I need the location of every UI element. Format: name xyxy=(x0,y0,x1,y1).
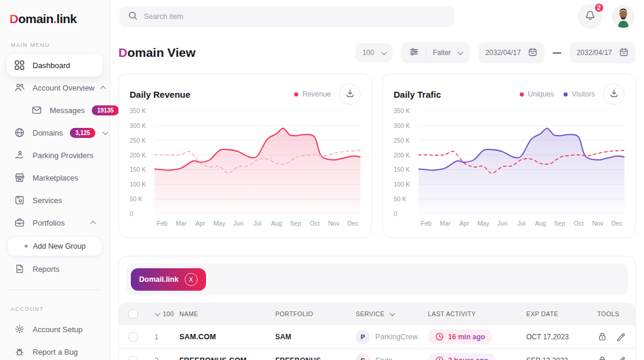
edit-icon[interactable] xyxy=(616,355,626,360)
account-section-label: ACCOUNT xyxy=(11,306,99,312)
lock-icon[interactable] xyxy=(597,332,607,342)
row-number: 1 xyxy=(154,333,179,341)
bug-icon xyxy=(14,346,25,358)
sidebar-item-report-a-bug[interactable]: Report a Bug xyxy=(7,340,102,360)
table-filter-bar: Domail.link X xyxy=(126,263,628,295)
x-tick-label: Sep xyxy=(554,220,565,227)
portfolio-name: FREEBONUS xyxy=(275,356,356,360)
x-tick-label: Nov xyxy=(593,220,604,227)
table-row: 1 SAM.COM SAM P ParkingCrew 16 min ago O… xyxy=(119,325,635,349)
people-icon xyxy=(14,82,25,94)
y-tick-label: 0 xyxy=(394,210,397,217)
filter-button[interactable]: Falter xyxy=(401,42,470,63)
clock-icon xyxy=(435,332,444,341)
sidebar-item-label: Report a Bug xyxy=(33,348,78,356)
chart-body: 350 K300 K250 K200 K150 K100 K50 K0 FebM… xyxy=(394,111,624,233)
sidebar-divider xyxy=(9,290,100,290)
x-tick-label: Jul xyxy=(253,220,261,227)
last-activity-badge: 2 hours ago xyxy=(428,353,495,360)
sidebar-item-label: Portfolios xyxy=(33,218,65,227)
sidebar-item-account-setup[interactable]: Account Setup xyxy=(7,318,102,340)
daily-revenue-card: Daily Revenue Revenue 350 K300 K250 K200… xyxy=(118,73,372,238)
page-title: Domain View xyxy=(118,46,195,60)
lock-icon[interactable] xyxy=(597,355,607,360)
x-axis: FebMarAprMayJunJulAugSepOctNovDec xyxy=(418,217,624,233)
chevron-up-icon xyxy=(100,85,106,91)
y-tick-label: 50 K xyxy=(394,195,407,202)
date-to-picker[interactable]: 2032/04/17 xyxy=(569,42,636,63)
y-tick-label: 50 K xyxy=(130,195,143,202)
search-box[interactable] xyxy=(120,6,455,27)
column-exp-date: EXP DATE xyxy=(526,310,597,317)
column-tools: TOOLS xyxy=(597,310,635,317)
edit-icon[interactable] xyxy=(616,332,626,342)
search-input[interactable] xyxy=(144,12,446,21)
x-tick-label: Apr xyxy=(459,220,469,227)
notification-count-badge: 2 xyxy=(594,2,604,13)
x-tick-label: Aug xyxy=(535,220,546,227)
chart-title: Daily Trafic xyxy=(394,89,441,99)
notifications-button[interactable]: 2 xyxy=(578,4,603,29)
daily-trafic-card: Daily Trafic UniquesVisitors 350 K300 K2… xyxy=(382,73,636,238)
y-tick-label: 250 K xyxy=(394,137,410,144)
date-from-picker[interactable]: 2032/04/17 xyxy=(478,42,545,63)
y-axis: 350 K300 K250 K200 K150 K100 K50 K0 xyxy=(394,111,418,214)
close-icon[interactable]: X xyxy=(185,273,198,286)
sidebar-item-label: Parking Providers xyxy=(33,151,94,160)
sidebar-item-label: Messages xyxy=(50,106,85,115)
sidebar-item-portfolios[interactable]: Portfolios xyxy=(7,211,102,234)
legend-dot xyxy=(294,92,298,97)
row-number: 2 xyxy=(154,356,179,360)
domain-name[interactable]: SAM.COM xyxy=(179,333,275,341)
page-controls: 100 Falter 2032/04/17 — 2032/04/17 xyxy=(355,42,636,63)
card-header: Daily Trafic UniquesVisitors xyxy=(394,83,624,105)
sidebar-item-account-overview[interactable]: Account Overview xyxy=(7,76,102,99)
sidebar-item-reports[interactable]: Reports xyxy=(7,258,102,280)
chevron-up-icon xyxy=(90,220,96,226)
service-initial-badge: S xyxy=(356,353,370,360)
x-tick-label: Jul xyxy=(517,220,525,227)
chevron-down-icon[interactable] xyxy=(154,310,160,316)
page-size-select[interactable]: 100 xyxy=(355,43,392,62)
sidebar-item-label: Domains xyxy=(33,128,63,137)
report-document-icon xyxy=(14,263,25,275)
x-tick-label: Oct xyxy=(574,220,583,227)
x-tick-label: Feb xyxy=(157,220,168,227)
domains-badge: 3,125 xyxy=(70,128,95,138)
column-count: 100 xyxy=(163,310,174,317)
legend-dot xyxy=(564,92,568,97)
x-tick-label: Aug xyxy=(271,220,282,227)
sidebar-item-dashboard[interactable]: Dashboard xyxy=(7,54,102,76)
sidebar-item-services[interactable]: Services xyxy=(7,189,102,211)
app-logo[interactable]: Domain.link xyxy=(7,9,102,26)
card-header: Daily Revenue Revenue xyxy=(130,83,360,105)
services-icon xyxy=(14,194,25,206)
domain-name[interactable]: FREEBONUS.COM xyxy=(179,356,275,360)
y-tick-label: 250 K xyxy=(130,137,146,144)
revenue-line-chart[interactable] xyxy=(154,111,360,214)
file-add-icon[interactable] xyxy=(634,355,636,360)
y-tick-label: 350 K xyxy=(130,107,146,114)
clock-icon xyxy=(435,356,444,360)
trafic-line-chart[interactable] xyxy=(418,111,624,214)
sidebar-item-marketplaces[interactable]: Marketplaces xyxy=(7,166,102,189)
y-tick-label: 150 K xyxy=(394,166,410,173)
sidebar-item-domains[interactable]: Domains 3,125 xyxy=(7,121,102,144)
sidebar-item-messages[interactable]: Messages 19135 xyxy=(7,99,102,121)
chevron-down-icon[interactable] xyxy=(389,310,395,316)
domains-table-card: Domail.link X 100 NAME PORTFOLIO SERVICE… xyxy=(118,256,636,360)
download-chart-button[interactable] xyxy=(603,83,624,105)
row-checkbox[interactable] xyxy=(128,356,138,360)
file-add-icon[interactable] xyxy=(634,332,636,342)
legend-dot xyxy=(520,92,524,97)
add-new-group-button[interactable]: + Add New Group xyxy=(7,236,102,256)
download-chart-button[interactable] xyxy=(339,83,360,105)
charts-row: Daily Revenue Revenue 350 K300 K250 K200… xyxy=(118,73,636,238)
select-all-checkbox[interactable] xyxy=(128,309,138,319)
user-avatar[interactable] xyxy=(612,5,635,28)
row-checkbox[interactable] xyxy=(128,332,138,342)
sidebar-item-parking-providers[interactable]: Parking Providers xyxy=(7,144,102,166)
table-header-row: 100 NAME PORTFOLIO SERVICE LAST ACTIVITY… xyxy=(119,303,635,325)
filter-tag-domail-link[interactable]: Domail.link X xyxy=(131,268,206,291)
column-service: SERVICE xyxy=(356,310,385,317)
